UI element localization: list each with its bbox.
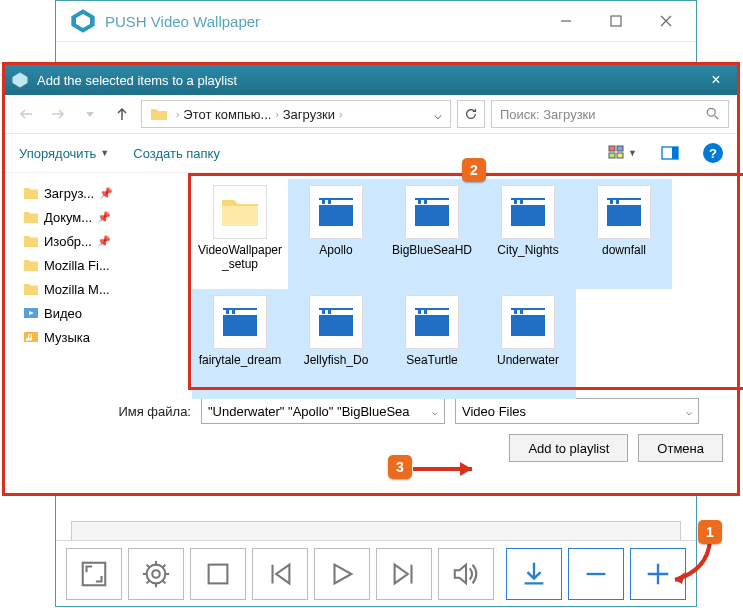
svg-rect-8 — [609, 153, 615, 158]
svg-rect-28 — [511, 205, 545, 226]
file-item-city[interactable]: City_Nights — [480, 179, 576, 289]
svg-rect-0 — [611, 16, 621, 26]
svg-rect-41 — [322, 308, 325, 314]
svg-rect-31 — [610, 198, 613, 204]
svg-rect-32 — [616, 198, 619, 204]
horizontal-scrollbar[interactable] — [71, 521, 681, 541]
svg-rect-36 — [226, 308, 229, 314]
play-button[interactable] — [314, 548, 370, 600]
breadcrumb-item[interactable]: Загрузки — [283, 107, 335, 122]
svg-rect-16 — [322, 198, 325, 204]
stop-button[interactable] — [190, 548, 246, 600]
player-toolbar — [56, 540, 696, 606]
svg-rect-38 — [223, 315, 257, 336]
filename-label: Имя файла: — [19, 404, 191, 419]
view-mode-button[interactable]: ▼ — [608, 145, 637, 161]
file-item-seaturtle[interactable]: SeaTurtle — [384, 289, 480, 399]
file-item-bigblue[interactable]: BigBlueSeaHD — [384, 179, 480, 289]
pin-icon: 📌 — [99, 187, 113, 200]
close-button[interactable] — [641, 1, 691, 41]
cancel-button[interactable]: Отмена — [638, 434, 723, 462]
maximize-button[interactable] — [591, 1, 641, 41]
svg-rect-33 — [607, 205, 641, 226]
search-icon — [706, 107, 720, 121]
add-to-playlist-button[interactable]: Add to playlist — [509, 434, 628, 462]
pin-icon: 📌 — [97, 211, 111, 224]
svg-rect-42 — [328, 308, 331, 314]
dialog-footer: Имя файла: "Underwater" "Apollo" "BigBlu… — [5, 388, 737, 482]
file-pane[interactable]: VideoWallpaper_setup Apollo BigBlueSeaHD… — [164, 173, 737, 388]
breadcrumb-item[interactable]: Этот компью... — [183, 107, 271, 122]
toolbar-row: Упорядочить▼ Создать папку ▼ ? — [5, 134, 737, 173]
svg-rect-51 — [514, 308, 517, 314]
folder-icon — [150, 105, 168, 123]
refresh-button[interactable] — [457, 100, 485, 128]
svg-rect-9 — [617, 153, 623, 158]
search-input[interactable]: Поиск: Загрузки — [491, 100, 729, 128]
file-item-downfall[interactable]: downfall — [576, 179, 672, 289]
file-item-jellyfish[interactable]: Jellyfish_Do — [288, 289, 384, 399]
minimize-button[interactable] — [541, 1, 591, 41]
file-type-filter[interactable]: Video Files⌵ — [455, 398, 699, 424]
chevron-right-icon: › — [176, 109, 179, 120]
svg-point-5 — [707, 108, 715, 116]
up-button[interactable] — [109, 101, 135, 127]
dialog-title: Add the selected items to a playlist — [37, 73, 701, 88]
chevron-right-icon: › — [339, 109, 342, 120]
breadcrumb[interactable]: › Этот компью... › Загрузки › ⌵ — [141, 100, 451, 128]
file-item-apollo[interactable]: Apollo — [288, 179, 384, 289]
svg-rect-22 — [424, 198, 427, 204]
filename-input[interactable]: "Underwater" "Apollo" "BigBlueSea⌵ — [201, 398, 445, 424]
recent-button[interactable] — [77, 101, 103, 127]
next-button[interactable] — [376, 548, 432, 600]
previous-button[interactable] — [252, 548, 308, 600]
svg-rect-27 — [520, 198, 523, 204]
parent-titlebar: PUSH Video Wallpaper — [56, 1, 696, 42]
nav-item-downloads[interactable]: Загруз...📌 — [23, 181, 158, 205]
volume-button[interactable] — [438, 548, 494, 600]
dialog-content: Загруз...📌 Докум...📌 Изобр...📌 Mozilla F… — [5, 173, 737, 388]
svg-rect-46 — [418, 308, 421, 314]
file-dialog: Add the selected items to a playlist × ›… — [2, 62, 740, 496]
nav-row: › Этот компью... › Загрузки › ⌵ Поиск: З… — [5, 95, 737, 134]
file-item-setup[interactable]: VideoWallpaper_setup — [192, 179, 288, 289]
svg-rect-17 — [328, 198, 331, 204]
fullscreen-button[interactable] — [66, 548, 122, 600]
svg-rect-37 — [232, 308, 235, 314]
svg-rect-43 — [319, 315, 353, 336]
settings-button[interactable] — [128, 548, 184, 600]
nav-item-pictures[interactable]: Изобр...📌 — [23, 229, 158, 253]
new-folder-button[interactable]: Создать папку — [133, 146, 220, 161]
app-logo-icon — [69, 7, 97, 35]
help-button[interactable]: ? — [703, 143, 723, 163]
annotation-badge-3: 3 — [388, 455, 412, 479]
svg-rect-48 — [415, 315, 449, 336]
svg-rect-7 — [617, 146, 623, 151]
svg-rect-23 — [415, 205, 449, 226]
file-item-underwater[interactable]: Underwater — [480, 289, 576, 399]
svg-rect-11 — [672, 147, 678, 159]
chevron-right-icon: › — [275, 109, 278, 120]
svg-rect-47 — [424, 308, 427, 314]
add-button[interactable] — [630, 548, 686, 600]
svg-rect-4 — [209, 564, 228, 583]
dialog-close-button[interactable]: × — [701, 71, 731, 89]
svg-rect-52 — [520, 308, 523, 314]
nav-item-mozilla-2[interactable]: Mozilla M... — [23, 277, 158, 301]
remove-button[interactable] — [568, 548, 624, 600]
pin-icon: 📌 — [97, 235, 111, 248]
file-item-fairytale[interactable]: fairytale_dream — [192, 289, 288, 399]
svg-point-3 — [152, 570, 160, 578]
nav-item-mozilla-1[interactable]: Mozilla Fi... — [23, 253, 158, 277]
nav-item-video[interactable]: Видео — [23, 301, 158, 325]
chevron-down-icon[interactable]: ⌵ — [434, 107, 442, 122]
nav-item-documents[interactable]: Докум...📌 — [23, 205, 158, 229]
organize-button[interactable]: Упорядочить▼ — [19, 146, 109, 161]
back-button[interactable] — [13, 101, 39, 127]
nav-item-music[interactable]: Музыка — [23, 325, 158, 349]
dialog-titlebar: Add the selected items to a playlist × — [5, 65, 737, 95]
forward-button[interactable] — [45, 101, 71, 127]
annotation-badge-1: 1 — [698, 520, 722, 544]
preview-pane-button[interactable] — [661, 146, 679, 160]
download-button[interactable] — [506, 548, 562, 600]
